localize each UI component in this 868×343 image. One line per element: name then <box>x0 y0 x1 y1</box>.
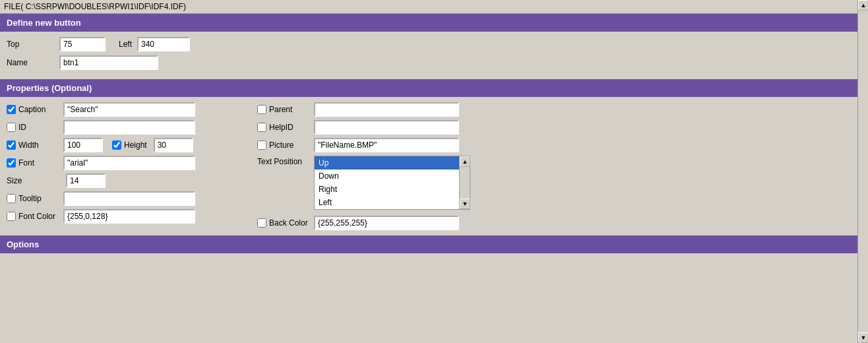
dropdown-item-down[interactable]: Down <box>315 170 459 183</box>
main-scrollbar[interactable]: ▲ ▼ <box>857 0 868 343</box>
dropdown-item-left[interactable]: Left <box>315 196 459 209</box>
picture-input[interactable] <box>314 138 459 152</box>
caption-row: Caption <box>7 102 251 117</box>
dropdown-list[interactable]: Up Down Right Left <box>315 156 459 209</box>
height-input[interactable] <box>154 138 193 152</box>
picture-row: Picture <box>257 138 508 152</box>
back-color-input[interactable] <box>314 216 459 230</box>
tooltip-checkbox[interactable] <box>7 194 16 203</box>
font-color-checkbox-label[interactable]: Font Color <box>7 212 59 221</box>
width-input[interactable] <box>63 138 103 152</box>
text-position-dropdown[interactable]: Up Down Right Left ▲ ▼ <box>314 156 470 210</box>
caption-input[interactable] <box>63 102 195 117</box>
parent-checkbox[interactable] <box>257 105 266 114</box>
tooltip-label: Tooltip <box>18 194 42 203</box>
caption-checkbox-label[interactable]: Caption <box>7 105 59 114</box>
dropdown-item-right[interactable]: Right <box>315 183 459 196</box>
properties-header: Properties (Optional) <box>0 79 868 97</box>
right-column: Parent HelpID Picture <box>257 102 508 230</box>
left-column: Caption ID Width <box>7 102 251 230</box>
helpid-row: HelpID <box>257 120 508 135</box>
size-label: Size <box>7 176 59 185</box>
name-row: Name <box>7 55 861 70</box>
scroll-track <box>460 167 470 199</box>
font-input[interactable] <box>63 156 195 170</box>
width-height-row: Width Height <box>7 138 251 152</box>
helpid-checkbox-label[interactable]: HelpID <box>257 123 310 132</box>
top-input[interactable] <box>59 37 106 51</box>
top-left-row: Top Left <box>7 37 861 51</box>
picture-label: Picture <box>269 140 294 150</box>
helpid-checkbox[interactable] <box>257 123 266 132</box>
font-color-label: Font Color <box>18 212 55 221</box>
properties-title: Properties (Optional) <box>7 83 92 93</box>
parent-label: Parent <box>269 105 292 114</box>
text-position-label: Text Position <box>257 156 310 166</box>
height-checkbox[interactable] <box>112 140 121 150</box>
id-input[interactable] <box>63 120 195 135</box>
font-color-checkbox[interactable] <box>7 212 16 221</box>
height-checkbox-label[interactable]: Height <box>112 140 147 150</box>
options-header: Options <box>0 235 868 253</box>
scroll-up-arrow[interactable]: ▲ <box>460 156 470 167</box>
font-color-input[interactable] <box>63 209 195 224</box>
tooltip-checkbox-label[interactable]: Tooltip <box>7 194 59 203</box>
tooltip-row: Tooltip <box>7 191 251 206</box>
define-button-title: Define new button <box>7 18 81 28</box>
font-row: Font <box>7 156 251 170</box>
dropdown-item-up[interactable]: Up <box>315 156 459 170</box>
name-label: Name <box>7 58 59 67</box>
picture-checkbox[interactable] <box>257 140 266 150</box>
options-title: Options <box>7 239 39 249</box>
size-input[interactable] <box>66 173 106 188</box>
picture-checkbox-label[interactable]: Picture <box>257 140 310 150</box>
parent-checkbox-label[interactable]: Parent <box>257 105 310 114</box>
name-input[interactable] <box>59 55 158 70</box>
title-bar: FILE( C:\SSRPWI\DOUBLES\RPWI1\IDF\IDF4.I… <box>0 0 868 14</box>
properties-area: Caption ID Width <box>0 97 868 235</box>
text-position-row: Text Position Up Down Right Left ▲ ▼ <box>257 156 508 210</box>
back-color-checkbox-label[interactable]: Back Color <box>257 218 310 228</box>
helpid-input[interactable] <box>314 120 459 135</box>
helpid-label: HelpID <box>269 123 294 132</box>
back-color-row: Back Color <box>257 216 508 230</box>
tooltip-input[interactable] <box>63 191 195 206</box>
caption-label: Caption <box>18 105 46 114</box>
dropdown-scrollbar[interactable]: ▲ ▼ <box>459 156 470 209</box>
height-label: Height <box>124 140 147 150</box>
parent-row: Parent <box>257 102 508 117</box>
back-color-label: Back Color <box>269 218 308 228</box>
font-label: Font <box>18 158 34 168</box>
font-checkbox-label[interactable]: Font <box>7 158 59 168</box>
top-level-fields: Top Left Name <box>0 32 868 79</box>
id-label: ID <box>18 123 26 132</box>
font-checkbox[interactable] <box>7 158 16 168</box>
title-text: FILE( C:\SSRPWI\DOUBLES\RPWI1\IDF\IDF4.I… <box>4 2 186 11</box>
caption-checkbox[interactable] <box>7 105 16 114</box>
left-input[interactable] <box>137 37 190 51</box>
back-color-checkbox[interactable] <box>257 218 266 228</box>
width-checkbox-label[interactable]: Width <box>7 140 59 150</box>
parent-input[interactable] <box>314 102 459 117</box>
main-scroll-up[interactable]: ▲ <box>858 0 868 11</box>
font-color-row: Font Color <box>7 209 251 224</box>
id-checkbox[interactable] <box>7 123 16 132</box>
id-checkbox-label[interactable]: ID <box>7 123 59 132</box>
width-label: Width <box>18 140 39 150</box>
size-row: Size <box>7 173 251 188</box>
width-checkbox[interactable] <box>7 140 16 150</box>
main-scroll-down[interactable]: ▼ <box>858 332 868 343</box>
id-row: ID <box>7 120 251 135</box>
scroll-down-arrow[interactable]: ▼ <box>460 199 470 209</box>
define-button-header: Define new button <box>0 14 868 32</box>
top-label: Top <box>7 40 59 49</box>
left-label: Left <box>119 40 132 49</box>
main-scroll-track <box>858 11 868 332</box>
